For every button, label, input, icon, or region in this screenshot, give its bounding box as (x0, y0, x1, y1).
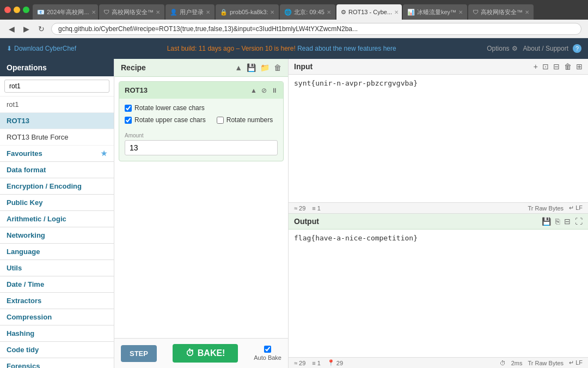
rotate-numbers-row: Rotate numbers (217, 116, 273, 124)
clear-input-icon[interactable]: 🗑 (564, 62, 572, 71)
op-chevron-up-icon[interactable]: ▲ (250, 87, 257, 94)
auto-bake-checkbox[interactable] (264, 346, 271, 353)
refresh-btn[interactable]: ↻ (36, 23, 47, 34)
search-wrap (0, 76, 114, 96)
rotate-numbers-checkbox[interactable] (217, 117, 224, 124)
tab-8[interactable]: 🛡高校网络安全™✕ (468, 4, 534, 20)
output-chars-icon: ≈ (294, 360, 297, 366)
app-header: ⬇ Download CyberChef Last build: 11 days… (0, 38, 588, 59)
amount-label: Amount (125, 132, 278, 138)
about-support-button[interactable]: About / Support ? (523, 44, 581, 53)
header-right: Options ⚙ About / Support ? (487, 44, 581, 53)
restore-input-icon[interactable]: ⊡ (542, 62, 549, 71)
sidebar-item-datetime[interactable]: Date / Time (0, 276, 114, 293)
options-button[interactable]: Options ⚙ (487, 45, 517, 52)
clear-recipe-icon[interactable]: 🗑 (274, 63, 281, 72)
search-input[interactable] (4, 80, 109, 93)
window-controls (4, 7, 29, 13)
download-link[interactable]: ⬇ Download CyberChef (7, 45, 76, 52)
sidebar-item-public-key[interactable]: Public Key (0, 195, 114, 211)
input-chars-stat: ≈ 29 (294, 205, 305, 212)
recipe-op-header: ROT13 ▲ ⊘ ⏸ (119, 82, 283, 99)
grid-input-icon[interactable]: ⊞ (576, 62, 583, 71)
sidebar-item-favourites[interactable]: Favourites ★ (0, 146, 114, 162)
bake-icon: ⏱ (186, 348, 194, 358)
sidebar-item-forensics[interactable]: Forensics (0, 358, 114, 368)
build-link[interactable]: Read about the new features here (297, 45, 396, 52)
pin-icon: 📍 (327, 359, 335, 366)
sidebar-item-compression[interactable]: Compression (0, 309, 114, 325)
output-lf-label: ↵ LF (569, 359, 583, 366)
add-input-icon[interactable]: + (534, 62, 538, 71)
split-input-icon[interactable]: ⊟ (553, 62, 560, 71)
tab-3[interactable]: 👤用户登录✕ (166, 4, 215, 20)
tab-7[interactable]: 📊冰蟠流量key™✕ (403, 4, 467, 20)
step-button[interactable]: STEP (121, 345, 157, 362)
rotate-upper-label[interactable]: Rotate upper case chars (125, 116, 206, 124)
rotate-lower-label[interactable]: Rotate lower case chars (125, 104, 205, 112)
sidebar-item-extractors[interactable]: Extractors (0, 293, 114, 309)
recipe-op-body: Rotate lower case chars Rotate upper cas… (119, 99, 283, 161)
output-time-icon: ⏱ (500, 360, 506, 366)
copy-output-icon[interactable]: ⎘ (555, 217, 560, 226)
output-panel: Output 💾 ⎘ ⊟ ⛶ flag{have-a-nice-competit… (289, 214, 588, 368)
close-window-btn[interactable] (4, 7, 11, 13)
sidebar-item-hashing[interactable]: Hashing (0, 325, 114, 342)
sidebar-item-language[interactable]: Language (0, 244, 114, 260)
sidebar-item-networking[interactable]: Networking (0, 227, 114, 244)
tab-4[interactable]: 🔒prob05-ka8k3:✕ (216, 4, 279, 20)
output-lines-icon: ≡ (312, 360, 315, 366)
rotate-lower-checkbox[interactable] (125, 105, 132, 112)
sidebar-item-code-tidy[interactable]: Code tidy (0, 342, 114, 358)
sidebar-item-rot13[interactable]: ROT13 (0, 113, 114, 129)
output-chars-stat: ≈ 29 (294, 359, 305, 366)
tab-5[interactable]: 🌐北京: 09:45✕ (280, 4, 335, 20)
sidebar-item-data-format[interactable]: Data format (0, 162, 114, 178)
tab-cyberchef[interactable]: ⚙ROT13 - Cybe...✕ (336, 4, 402, 20)
address-input[interactable] (51, 23, 581, 35)
input-footer-left: ≈ 29 ≡ 1 (294, 205, 321, 212)
input-title: Input (294, 62, 313, 71)
sidebar-title: Operations (0, 59, 114, 76)
folder-icon[interactable]: 📁 (260, 63, 270, 72)
rotate-upper-checkbox[interactable] (125, 117, 132, 124)
chevron-up-icon[interactable]: ▲ (235, 63, 242, 72)
tab-2[interactable]: 🛡高校网络安全™✕ (99, 4, 164, 20)
recipe-header: Recipe ▲ 💾 📁 🗑 (114, 59, 288, 77)
output-content[interactable]: flag{have-a-nice-competition} (289, 230, 588, 357)
maximize-window-btn[interactable] (23, 7, 29, 13)
input-content[interactable]: synt{unir-n-avpr-pbzcrgvgvba} (289, 75, 588, 202)
rotate-upper-row: Rotate upper case chars (125, 116, 206, 124)
op-disable-icon[interactable]: ⊘ (261, 87, 267, 94)
build-notice: Last build: 11 days ago – Version 10 is … (76, 45, 487, 52)
input-lines-stat: ≡ 1 (312, 205, 321, 212)
rotate-lower-row: Rotate lower case chars (125, 104, 278, 112)
rotate-numbers-label[interactable]: Rotate numbers (217, 116, 273, 124)
sidebar-item-encryption[interactable]: Encryption / Encoding (0, 178, 114, 195)
forward-btn[interactable]: ▶ (21, 23, 32, 34)
raw-bytes-label: Tr Raw Bytes (528, 205, 564, 212)
output-panel-icons: 💾 ⎘ ⊟ ⛶ (542, 217, 583, 226)
download-icon: ⬇ (7, 45, 12, 52)
sidebar-item-utils[interactable]: Utils (0, 260, 114, 276)
input-header: Input + ⊡ ⊟ 🗑 ⊞ (289, 59, 588, 75)
output-pin-stat: 📍 29 (327, 359, 343, 366)
save-output-icon[interactable]: 💾 (542, 217, 551, 226)
amount-input[interactable] (125, 140, 278, 155)
sidebar-item-rot13-brute[interactable]: ROT13 Brute Force (0, 129, 114, 146)
recipe-panel: Recipe ▲ 💾 📁 🗑 ROT13 ▲ ⊘ ⏸ (114, 59, 289, 368)
input-panel: Input + ⊡ ⊟ 🗑 ⊞ synt{unir-n-avpr-pbzcrgv… (289, 59, 588, 214)
minimize-window-btn[interactable] (14, 7, 20, 13)
op-pause-icon[interactable]: ⏸ (271, 87, 278, 94)
tab-1[interactable]: 📧2024年高校网...✕ (33, 4, 98, 20)
back-btn[interactable]: ◀ (7, 23, 17, 34)
recipe-footer: STEP ⏱ BAKE! Auto Bake (114, 338, 288, 368)
sidebar-item-arithmetic[interactable]: Arithmetic / Logic (0, 211, 114, 227)
output-title: Output (294, 217, 319, 226)
sidebar-item-rot1[interactable]: rot1 (0, 96, 114, 113)
swap-output-icon[interactable]: ⊟ (564, 217, 571, 226)
output-footer-left: ≈ 29 ≡ 1 📍 29 (294, 359, 343, 366)
bake-button[interactable]: ⏱ BAKE! (173, 344, 238, 363)
fullscreen-output-icon[interactable]: ⛶ (575, 217, 583, 226)
save-recipe-icon[interactable]: 💾 (247, 63, 256, 72)
